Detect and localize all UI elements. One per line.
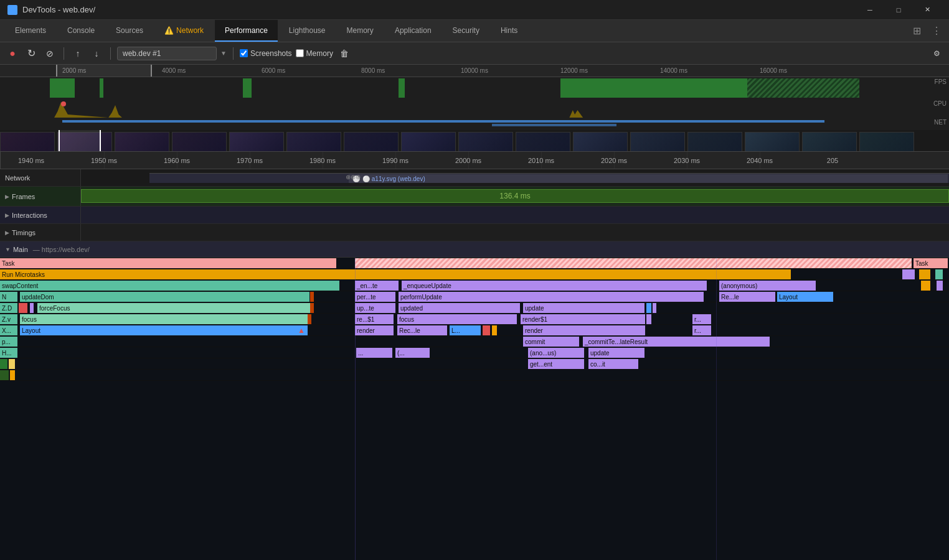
n-block[interactable]: N	[0, 292, 17, 302]
layout-block-4[interactable]: Layout	[777, 292, 833, 302]
ano-us-block[interactable]: (ano...us)	[528, 348, 584, 358]
microtask-small-2[interactable]	[919, 269, 930, 279]
timings-track-label[interactable]: ▶ Timings	[0, 224, 81, 241]
screenshot-thumb-0[interactable]	[859, 132, 914, 152]
screenshot-thumb-7[interactable]	[458, 132, 513, 152]
frames-track-label[interactable]: ▶ Frames	[0, 187, 81, 206]
screenshot-thumb-3[interactable]	[687, 132, 742, 152]
commit-block[interactable]: commit	[523, 337, 579, 347]
tab-console[interactable]: Console	[57, 20, 105, 42]
render-s1-block[interactable]: render$1	[521, 314, 645, 324]
up-te-block[interactable]: up...te	[355, 303, 395, 313]
render-block-7[interactable]: render	[355, 325, 394, 335]
minimize-button[interactable]: ─	[856, 0, 884, 20]
dock-button[interactable]: ⊞	[909, 24, 924, 39]
re-s1-block[interactable]: re...$1	[355, 314, 394, 324]
focus-block-2[interactable]: focus	[397, 314, 517, 324]
r-block-6[interactable]: r...	[692, 314, 711, 324]
tab-memory[interactable]: Memory	[337, 20, 384, 42]
screenshot-thumb-1[interactable]	[802, 132, 857, 152]
interactions-track-label[interactable]: ▶ Interactions	[0, 207, 81, 223]
en-te-block[interactable]: _en...te	[355, 281, 399, 291]
small-block-3b[interactable]	[937, 281, 943, 291]
profile-selector[interactable]	[117, 47, 217, 60]
tab-elements[interactable]: Elements	[5, 20, 56, 42]
screenshot-thumb-8[interactable]	[401, 132, 456, 152]
tab-security[interactable]: Security	[443, 20, 489, 42]
microtask-small-1[interactable]	[902, 269, 915, 279]
dots-block[interactable]: ...	[356, 348, 392, 358]
tab-sources[interactable]: Sources	[106, 20, 153, 42]
small-11b[interactable]	[10, 370, 15, 380]
rele-block[interactable]: Re...le	[719, 292, 775, 302]
network-request-bar[interactable]: ⚪ ⚪ a11y.svg (web.dev)	[349, 174, 948, 183]
maximize-button[interactable]: □	[884, 0, 913, 20]
updated-block[interactable]: updated	[399, 303, 520, 313]
p-block[interactable]: p...	[0, 337, 17, 347]
stop-button[interactable]: ⊘	[42, 46, 57, 61]
anonymous-block-3[interactable]: (anonymous)	[719, 281, 816, 291]
screenshot-thumb-5[interactable]	[573, 132, 628, 152]
upload-button[interactable]: ↑	[70, 46, 85, 61]
paren-block[interactable]: (...	[395, 348, 430, 358]
swap-content-block[interactable]: swapContent	[0, 281, 339, 291]
screenshot-thumb-13[interactable]	[115, 132, 169, 152]
download-button[interactable]: ↓	[89, 46, 104, 61]
layout-block-7[interactable]: ▲ Layout	[20, 325, 308, 335]
focus-block[interactable]: focus	[20, 314, 308, 324]
red-small-7a[interactable]	[483, 325, 490, 335]
render-block-7b[interactable]: render	[523, 325, 645, 335]
task-label-right[interactable]: Task	[914, 258, 948, 268]
microtask-block[interactable]: Run Microtasks	[0, 269, 791, 279]
record-button[interactable]: ●	[5, 46, 20, 61]
update-block[interactable]: update	[523, 303, 644, 313]
trash-button[interactable]: 🗑	[337, 46, 352, 61]
frames-bar[interactable]: 136.4 ms	[81, 189, 949, 203]
more-tabs-button[interactable]: ⋮	[929, 24, 944, 39]
red-block-5[interactable]	[19, 303, 27, 313]
commit-te-block[interactable]: _commitTe...lateResult	[583, 337, 770, 347]
tab-network[interactable]: ⚠️ Network	[154, 20, 214, 42]
force-focus-block[interactable]: forceFocus	[37, 303, 311, 313]
profile-selector-arrow[interactable]: ▼	[220, 50, 227, 57]
update-block-9[interactable]: update	[588, 348, 644, 358]
x-block[interactable]: X...	[0, 325, 17, 335]
screenshots-checkbox[interactable]	[240, 49, 248, 57]
purple-small-6a[interactable]	[646, 314, 651, 324]
perform-update-block[interactable]: performUpdate	[399, 292, 704, 302]
blue-small-5[interactable]	[646, 303, 651, 313]
zv-block[interactable]: Z.v	[0, 314, 17, 324]
screenshot-thumb-4[interactable]	[630, 132, 685, 152]
small-11a[interactable]	[0, 370, 9, 380]
purple-small-5[interactable]	[653, 303, 656, 313]
task-block-left[interactable]: Task	[0, 258, 336, 268]
close-button[interactable]: ✕	[913, 0, 942, 20]
screenshot-thumb-10[interactable]	[286, 132, 341, 152]
co-it-block[interactable]: co...it	[588, 359, 638, 369]
r-block-7b[interactable]: r...	[692, 325, 711, 335]
tab-performance[interactable]: Performance	[215, 20, 278, 42]
orange-small-7[interactable]	[492, 325, 497, 335]
task-block-right[interactable]	[355, 258, 912, 268]
tab-application[interactable]: Application	[385, 20, 441, 42]
enqueue-update-block[interactable]: _enqueueUpdate	[402, 281, 707, 291]
tab-hints[interactable]: Hints	[491, 20, 527, 42]
update-dom-block[interactable]: updateDom	[20, 292, 309, 302]
green-small-10[interactable]	[0, 359, 7, 369]
tab-lighthouse[interactable]: Lighthouse	[279, 20, 336, 42]
rec-le-block[interactable]: Rec...le	[397, 325, 447, 335]
yellow-small-10[interactable]	[9, 359, 15, 369]
screenshot-thumb-12[interactable]	[172, 132, 227, 152]
purple-block-5[interactable]	[30, 303, 34, 313]
screenshot-thumb-9[interactable]	[344, 132, 399, 152]
screenshot-thumb-15[interactable]	[0, 132, 55, 152]
l-block-7[interactable]: L...	[450, 325, 481, 335]
screenshot-thumb-2[interactable]	[745, 132, 800, 152]
microtask-small-3[interactable]	[935, 269, 943, 279]
small-block-3a[interactable]	[921, 281, 930, 291]
screenshot-thumb-6[interactable]	[516, 132, 570, 152]
get-ent-block[interactable]: get...ent	[528, 359, 584, 369]
screenshot-thumb-11[interactable]	[229, 132, 284, 152]
refresh-button[interactable]: ↻	[24, 46, 39, 61]
zd-block[interactable]: Z.D	[0, 303, 17, 313]
